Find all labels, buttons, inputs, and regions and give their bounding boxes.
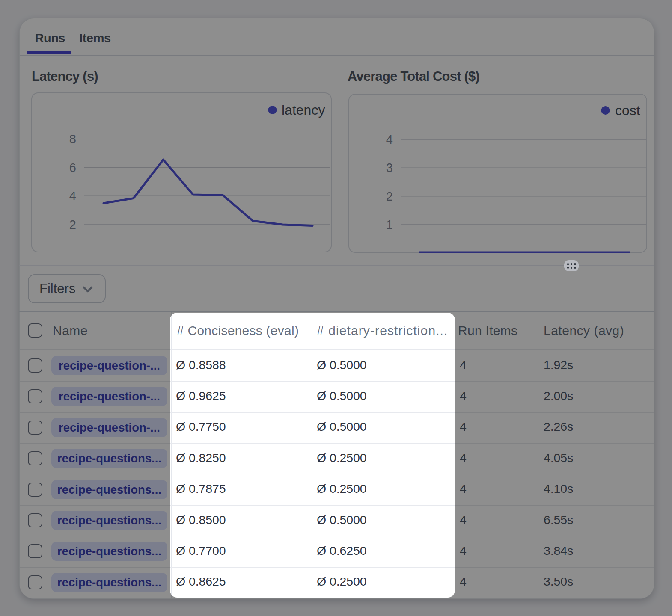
svg-text:1: 1 (386, 218, 393, 231)
svg-text:4: 4 (386, 133, 393, 146)
svg-text:latency: latency (282, 102, 325, 118)
svg-text:2: 2 (386, 190, 393, 203)
svg-text:4: 4 (69, 189, 76, 203)
svg-text:8: 8 (69, 132, 76, 146)
svg-text:2: 2 (69, 218, 76, 231)
svg-text:6: 6 (69, 161, 76, 175)
svg-text:cost: cost (615, 103, 640, 118)
svg-text:3: 3 (386, 161, 393, 175)
